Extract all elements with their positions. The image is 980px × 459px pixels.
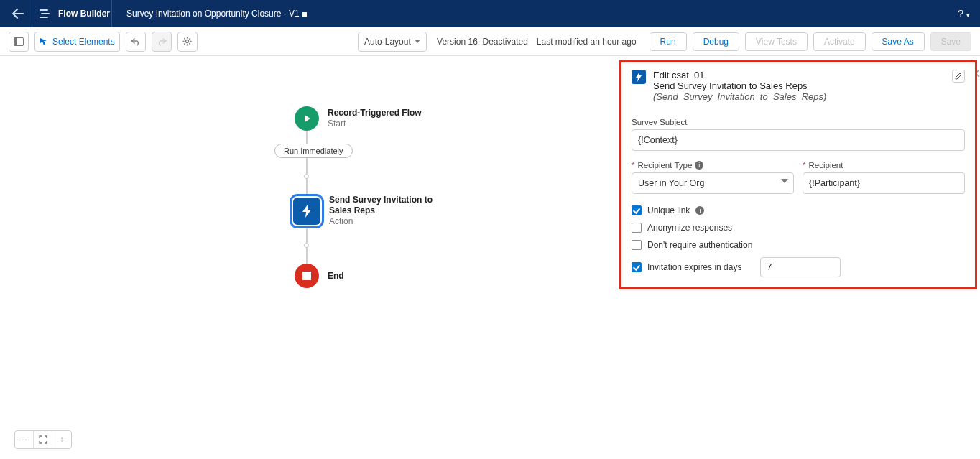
unique-link-label: Unique link [647, 205, 690, 215]
svg-point-2 [186, 40, 189, 43]
flow-builder-icon [37, 6, 52, 22]
add-connector[interactable] [304, 174, 309, 179]
flow-canvas[interactable]: Record-Triggered Flow Start Run Immediat… [0, 56, 980, 459]
save-as-button[interactable]: Save As [872, 32, 925, 51]
stop-icon [295, 264, 319, 288]
add-connector[interactable] [304, 243, 309, 248]
expires-label: Invitation expires in days [647, 262, 741, 272]
anonymize-checkbox[interactable] [632, 223, 642, 233]
no-auth-checkbox[interactable] [632, 240, 642, 250]
select-elements-button[interactable]: Select Elements [34, 32, 120, 52]
toggle-panel-button[interactable] [9, 32, 29, 52]
action-subtitle: Action [329, 216, 451, 227]
redo-button [152, 32, 172, 52]
start-subtitle: Start [328, 119, 422, 129]
panel-title: Edit csat_01 [653, 70, 945, 80]
action-node[interactable]: Send Survey Invitation to Sales Reps Act… [293, 195, 481, 227]
version-text: Version 16: Deactivated—Last modified an… [437, 37, 637, 47]
anonymize-label: Anonymize responses [647, 223, 732, 233]
flow-name[interactable]: Survey Invitation on Opportunity Closure… [126, 9, 307, 19]
info-icon[interactable]: i [695, 161, 703, 170]
debug-button[interactable]: Debug [693, 32, 739, 51]
zoom-controls: − + [14, 430, 72, 449]
play-icon [295, 106, 319, 131]
survey-subject-input[interactable] [632, 129, 965, 151]
layout-mode-select[interactable]: Auto-Layout [358, 32, 427, 52]
save-button: Save [930, 32, 971, 51]
start-title: Record-Triggered Flow [328, 108, 422, 119]
no-auth-label: Don't require authentication [647, 240, 752, 250]
zoom-out-button[interactable]: − [15, 431, 34, 448]
info-icon[interactable]: i [695, 206, 704, 215]
recipient-type-select[interactable] [632, 172, 794, 194]
help-button[interactable]: ? ▾ [953, 5, 974, 22]
recipient-label: *Recipient [803, 161, 965, 170]
expires-days-input[interactable] [760, 257, 841, 277]
undo-button[interactable] [126, 32, 146, 52]
edit-label-button[interactable] [952, 70, 965, 83]
toolbar: Select Elements Auto-Layout Version 16: … [0, 27, 980, 56]
run-button[interactable]: Run [650, 32, 687, 51]
expires-checkbox[interactable] [632, 262, 642, 272]
run-immediately-pill[interactable]: Run Immediately [274, 144, 353, 158]
settings-button[interactable] [177, 32, 198, 52]
end-node[interactable]: End [295, 264, 481, 288]
svg-rect-1 [14, 37, 17, 45]
back-button[interactable] [6, 4, 30, 24]
zoom-in-button: + [52, 431, 71, 448]
flow-diagram: Record-Triggered Flow Start Run Immediat… [295, 106, 481, 288]
bolt-icon [632, 70, 646, 84]
recipient-input[interactable] [803, 172, 965, 194]
activate-button: Activate [813, 32, 866, 51]
divider [111, 0, 112, 27]
recipient-type-label: *Recipient Type i [632, 161, 794, 170]
unique-link-checkbox[interactable] [632, 205, 642, 215]
end-label: End [328, 271, 344, 282]
start-node[interactable]: Record-Triggered Flow Start [295, 106, 481, 131]
property-panel: Edit csat_01 Send Survey Invitation to S… [619, 60, 977, 289]
divider [32, 0, 32, 27]
zoom-fit-button[interactable] [34, 431, 52, 448]
app-header: Flow Builder Survey Invitation on Opport… [0, 0, 980, 27]
app-title: Flow Builder [58, 9, 110, 19]
bolt-icon [293, 198, 320, 225]
panel-subtitle: Send Survey Invitation to Sales Reps (Se… [653, 80, 945, 102]
view-tests-button: View Tests [745, 32, 808, 51]
survey-subject-label: Survey Subject [632, 118, 965, 126]
action-title: Send Survey Invitation to Sales Reps [329, 195, 451, 216]
